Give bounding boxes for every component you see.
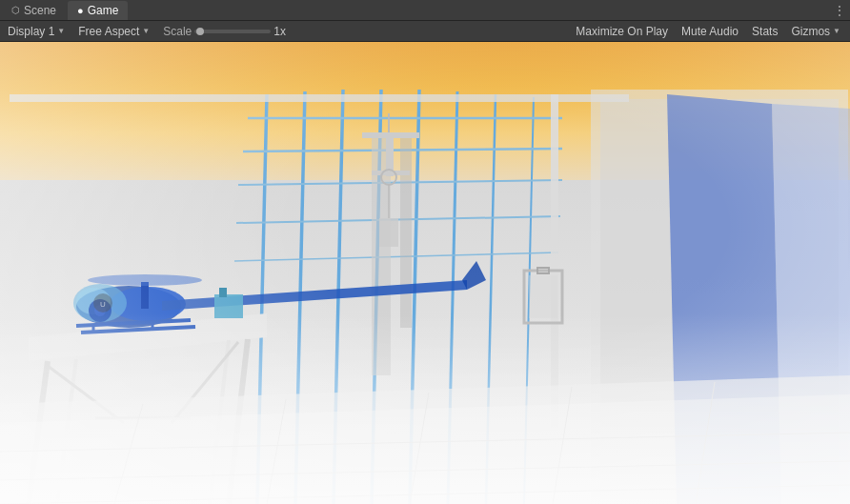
game-viewport: U — [0, 42, 850, 504]
toolbar-right: Maximize On Play Mute Audio Stats Gizmos… — [570, 23, 846, 40]
svg-rect-21 — [362, 132, 419, 138]
game-icon: ● — [77, 5, 84, 16]
tab-game[interactable]: ● Game — [68, 1, 128, 20]
maximize-on-play-button[interactable]: Maximize On Play — [570, 23, 674, 40]
svg-marker-38 — [162, 280, 467, 311]
tab-scene[interactable]: ⬡ Scene — [2, 1, 66, 20]
gizmos-button[interactable]: Gizmos ▼ — [785, 23, 846, 40]
gizmos-dropdown-arrow: ▼ — [833, 27, 840, 35]
scale-slider-thumb — [196, 28, 204, 35]
svg-rect-17 — [10, 94, 629, 102]
svg-rect-53 — [529, 275, 557, 318]
scale-slider[interactable] — [194, 30, 271, 33]
aspect-dropdown[interactable]: Free Aspect ▼ — [74, 23, 153, 40]
svg-rect-18 — [551, 94, 558, 428]
svg-rect-49 — [219, 288, 227, 297]
svg-rect-23 — [372, 171, 410, 175]
tab-bar: ⬡ Scene ● Game ⋮ — [0, 0, 850, 21]
scene-icon: ⬡ — [11, 5, 20, 15]
display-label: Display 1 — [8, 25, 54, 38]
scale-value: 1x — [273, 25, 293, 38]
scale-control: Scale 1x — [159, 23, 296, 40]
scale-label: Scale — [163, 25, 192, 38]
tab-menu-button[interactable]: ⋮ — [833, 3, 846, 18]
tab-game-label: Game — [88, 4, 119, 17]
svg-point-41 — [88, 274, 202, 286]
svg-text:U: U — [100, 300, 106, 309]
svg-rect-26 — [379, 218, 398, 247]
tab-scene-label: Scene — [24, 4, 56, 17]
svg-rect-40 — [141, 282, 149, 309]
svg-rect-48 — [214, 294, 243, 318]
game-toolbar: Display 1 ▼ Free Aspect ▼ Scale 1x Maxim… — [0, 21, 850, 42]
aspect-label: Free Aspect — [78, 25, 139, 38]
scene-svg: U — [0, 42, 850, 504]
svg-marker-39 — [462, 261, 486, 290]
svg-rect-20 — [400, 137, 412, 328]
aspect-dropdown-arrow: ▼ — [142, 27, 150, 35]
svg-line-16 — [234, 252, 558, 261]
display-dropdown[interactable]: Display 1 ▼ — [4, 23, 69, 40]
stats-button[interactable]: Stats — [746, 23, 783, 40]
display-dropdown-arrow: ▼ — [57, 27, 65, 35]
mute-audio-button[interactable]: Mute Audio — [676, 23, 744, 40]
